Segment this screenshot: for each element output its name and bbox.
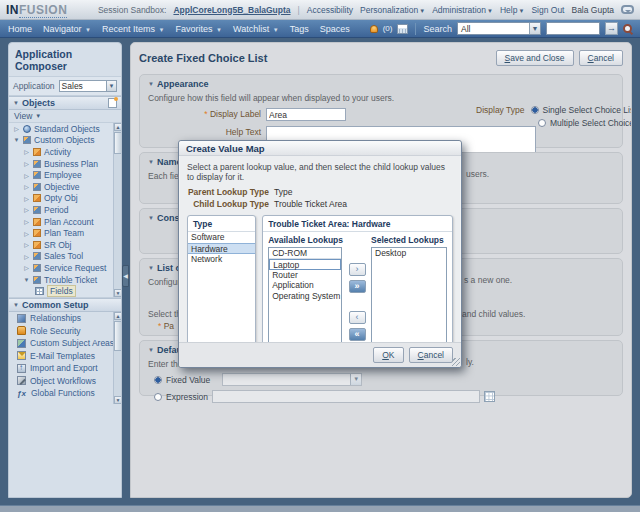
sidebar-item-email-templates[interactable]: E-Mail Templates bbox=[9, 350, 121, 363]
tree-item-sales-tool[interactable]: ▷Sales Tool bbox=[9, 251, 121, 263]
application-select[interactable]: Sales▼ bbox=[59, 80, 117, 92]
expand-icon[interactable]: ▷ bbox=[23, 253, 30, 260]
sidebar-item-global-functions[interactable]: ƒxGlobal Functions bbox=[9, 387, 121, 400]
new-object-icon[interactable] bbox=[108, 98, 117, 108]
list-item-cdrom[interactable]: CD-ROM bbox=[269, 248, 341, 259]
search-input[interactable] bbox=[546, 22, 600, 35]
sidebar-item-relationships[interactable]: Relationships bbox=[9, 312, 121, 325]
scroll-down-icon[interactable]: ▼ bbox=[114, 396, 121, 404]
nav-home[interactable]: Home bbox=[8, 24, 32, 34]
move-selected-left-icon[interactable]: ‹ bbox=[349, 311, 366, 324]
scroll-up-icon[interactable]: ▲ bbox=[114, 312, 121, 320]
tree-item-sr-obj[interactable]: ▷SR Obj bbox=[9, 239, 121, 251]
list-item-laptop[interactable]: Laptop bbox=[269, 259, 341, 270]
tree-item-standard-objects[interactable]: ▷Standard Objects bbox=[9, 123, 121, 135]
display-label-input[interactable] bbox=[266, 108, 346, 121]
scroll-up-icon[interactable]: ▲ bbox=[114, 123, 121, 131]
fixed-value-select[interactable]: ▼ bbox=[222, 373, 362, 386]
tree-item-service-request[interactable]: ▷Service Request bbox=[9, 262, 121, 274]
tree-item-plan-team[interactable]: ▷Plan Team bbox=[9, 227, 121, 239]
ok-button[interactable]: OK bbox=[373, 347, 403, 363]
radio-single-select[interactable] bbox=[531, 106, 539, 114]
panel-splitter-collapse[interactable]: ◀ bbox=[122, 265, 129, 287]
collapse-icon[interactable]: ▼ bbox=[23, 277, 30, 283]
expand-icon[interactable]: ▷ bbox=[23, 230, 30, 237]
tree-item-business-plan[interactable]: ▷Business Plan bbox=[9, 158, 121, 170]
alerts-bell-icon[interactable] bbox=[370, 25, 378, 33]
nav-recent-items[interactable]: Recent Items ▼ bbox=[102, 24, 165, 34]
expression-input[interactable] bbox=[212, 390, 480, 403]
collapse-icon[interactable]: ▼ bbox=[148, 215, 154, 221]
tree-item-opty-obj[interactable]: ▷Opty Obj bbox=[9, 193, 121, 205]
personalization-menu[interactable]: Personalization▼ bbox=[360, 5, 425, 15]
common-setup-header[interactable]: ▼ Common Setup bbox=[9, 298, 121, 312]
collapse-icon[interactable]: ▼ bbox=[13, 302, 19, 308]
expand-icon[interactable]: ▷ bbox=[23, 160, 30, 167]
tree-scrollbar[interactable]: ▲ ▼ bbox=[113, 123, 121, 297]
cancel-button[interactable]: Cancel bbox=[579, 50, 623, 66]
expression-builder-icon[interactable] bbox=[484, 391, 495, 402]
tree-item-fields[interactable]: Fields bbox=[9, 285, 121, 297]
help-menu[interactable]: Help▼ bbox=[500, 5, 524, 15]
radio-expression[interactable] bbox=[154, 393, 162, 401]
expand-icon[interactable]: ▷ bbox=[23, 241, 30, 248]
collapse-icon[interactable]: ▼ bbox=[13, 100, 19, 106]
expand-icon[interactable]: ▷ bbox=[23, 264, 30, 271]
list-item-desktop[interactable]: Desktop bbox=[372, 248, 446, 259]
sidebar-item-object-workflows[interactable]: Object Workflows bbox=[9, 375, 121, 388]
sidebar-item-import-export[interactable]: Import and Export bbox=[9, 362, 121, 375]
scrollbar-thumb[interactable] bbox=[114, 321, 121, 351]
objects-section-header[interactable]: ▼ Objects bbox=[9, 96, 121, 110]
move-all-left-icon[interactable]: « bbox=[349, 328, 366, 341]
advanced-search-icon[interactable] bbox=[623, 24, 632, 33]
tree-item-custom-objects[interactable]: ▼Custom Objects bbox=[9, 135, 121, 147]
tree-item-objective[interactable]: ▷Objective bbox=[9, 181, 121, 193]
dialog-cancel-button[interactable]: Cancel bbox=[409, 347, 453, 363]
session-sandbox-link[interactable]: ApplCoreLong5B_BalaGupta bbox=[173, 5, 290, 15]
expand-icon[interactable]: ▷ bbox=[23, 195, 30, 202]
accessibility-link[interactable]: Accessibility bbox=[307, 5, 353, 15]
radio-fixed-value[interactable] bbox=[154, 376, 162, 384]
move-selected-right-icon[interactable]: › bbox=[349, 263, 366, 276]
list-item-software[interactable]: Software bbox=[188, 232, 255, 243]
collapse-icon[interactable]: ▼ bbox=[13, 137, 20, 143]
calendar-icon[interactable] bbox=[397, 24, 408, 34]
nav-watchlist[interactable]: Watchlist ▼ bbox=[233, 24, 279, 34]
nav-favorites[interactable]: Favorites ▼ bbox=[176, 24, 222, 34]
search-scope-select[interactable]: All▼ bbox=[457, 22, 541, 35]
move-all-right-icon[interactable]: » bbox=[349, 280, 366, 293]
collapse-icon[interactable]: ▼ bbox=[148, 81, 154, 87]
search-go-button[interactable]: → bbox=[605, 22, 618, 35]
sign-out-link[interactable]: Sign Out bbox=[531, 5, 564, 15]
list-item-hardware[interactable]: Hardware bbox=[188, 243, 255, 254]
tree-item-period[interactable]: ▷Period bbox=[9, 204, 121, 216]
list-item-application[interactable]: Application bbox=[269, 280, 341, 291]
collapse-icon[interactable]: ▼ bbox=[148, 347, 154, 353]
list-item-network[interactable]: Network bbox=[188, 254, 255, 265]
sidebar-item-custom-subject-areas[interactable]: Custom Subject Areas bbox=[9, 337, 121, 350]
common-setup-scrollbar[interactable]: ▲ ▼ bbox=[113, 312, 121, 404]
scrollbar-thumb[interactable] bbox=[114, 132, 121, 154]
nav-spaces[interactable]: Spaces bbox=[320, 24, 350, 34]
collapse-icon[interactable]: ▼ bbox=[148, 265, 154, 271]
list-item-operating-system[interactable]: Operating System bbox=[269, 291, 341, 302]
tree-item-activity[interactable]: ▷Activity bbox=[9, 146, 121, 158]
expand-icon[interactable]: ▷ bbox=[23, 148, 30, 155]
tree-item-employee[interactable]: ▷Employee bbox=[9, 169, 121, 181]
collapse-icon[interactable]: ▼ bbox=[148, 159, 154, 165]
radio-multiple-select[interactable] bbox=[538, 119, 546, 127]
dialog-resize-handle[interactable] bbox=[452, 358, 460, 366]
chat-icon[interactable] bbox=[621, 5, 634, 14]
expand-icon[interactable]: ▷ bbox=[23, 206, 30, 213]
administration-menu[interactable]: Administration▼ bbox=[432, 5, 493, 15]
expand-icon[interactable]: ▷ bbox=[13, 125, 20, 132]
tree-item-trouble-ticket[interactable]: ▼Trouble Ticket bbox=[9, 274, 121, 286]
sidebar-item-role-security[interactable]: Role Security bbox=[9, 325, 121, 338]
expand-icon[interactable]: ▷ bbox=[23, 172, 30, 179]
view-menu[interactable]: View▼ bbox=[9, 110, 121, 123]
expand-icon[interactable]: ▷ bbox=[23, 218, 30, 225]
tree-item-plan-account[interactable]: ▷Plan Account bbox=[9, 216, 121, 228]
save-and-close-button[interactable]: Save and Close bbox=[496, 50, 574, 66]
nav-navigator[interactable]: Navigator ▼ bbox=[43, 24, 91, 34]
nav-tags[interactable]: Tags bbox=[290, 24, 309, 34]
